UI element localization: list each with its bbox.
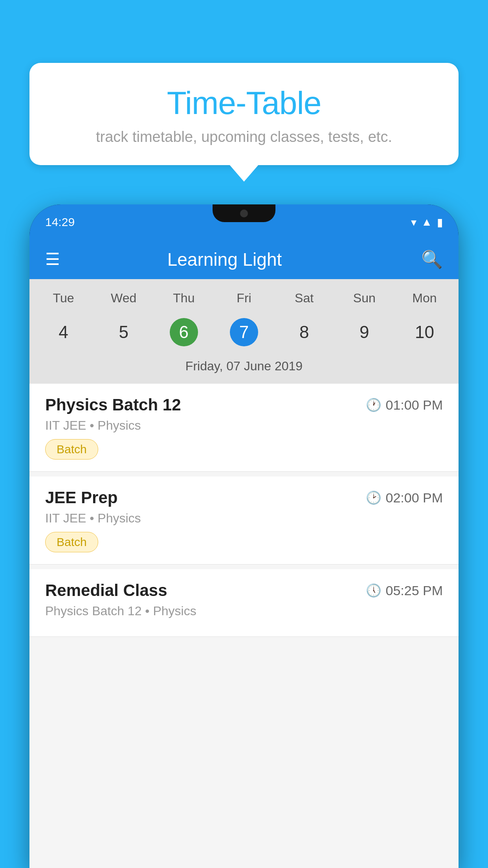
- status-time: 14:29: [45, 215, 75, 229]
- schedule-meta-3: Physics Batch 12 • Physics: [45, 604, 443, 618]
- schedule-item-3[interactable]: Remedial Class 🕔 05:25 PM Physics Batch …: [29, 569, 459, 637]
- schedule-list: Physics Batch 12 🕐 01:00 PM IIT JEE • Ph…: [29, 384, 459, 637]
- app-title: Learning Light: [76, 249, 405, 270]
- schedule-item-3-header: Remedial Class 🕔 05:25 PM: [45, 581, 443, 600]
- wifi-icon: ▾: [411, 216, 416, 229]
- status-bar: 14:29 ▾ ▲ ▮: [29, 204, 459, 240]
- schedule-time-1: 🕐 01:00 PM: [366, 397, 443, 413]
- clock-icon-3: 🕔: [366, 583, 382, 598]
- schedule-name-3: Remedial Class: [45, 581, 167, 600]
- day-header-fri: Fri: [214, 287, 274, 309]
- day-9[interactable]: 9: [334, 313, 394, 352]
- schedule-item-2-header: JEE Prep 🕑 02:00 PM: [45, 488, 443, 507]
- day-header-tue: Tue: [33, 287, 94, 309]
- day-header-mon: Mon: [394, 287, 455, 309]
- batch-badge-2: Batch: [45, 532, 98, 552]
- day-10[interactable]: 10: [394, 313, 455, 352]
- app-header: ☰ Learning Light 🔍: [29, 240, 459, 279]
- hamburger-icon[interactable]: ☰: [45, 251, 60, 268]
- battery-icon: ▮: [437, 216, 443, 229]
- today-circle: 6: [170, 318, 198, 346]
- notch: [213, 204, 275, 222]
- phone-frame: 14:29 ▾ ▲ ▮ ☰ Learning Light 🔍 Tue Wed T…: [29, 204, 459, 868]
- day-headers: Tue Wed Thu Fri Sat Sun Mon: [29, 287, 459, 309]
- day-8[interactable]: 8: [274, 313, 334, 352]
- calendar-section: Tue Wed Thu Fri Sat Sun Mon 4 5 6 7 8 9 …: [29, 279, 459, 384]
- clock-icon-2: 🕑: [366, 490, 382, 505]
- day-header-thu: Thu: [154, 287, 214, 309]
- schedule-name-2: JEE Prep: [45, 488, 117, 507]
- selected-circle: 7: [230, 318, 258, 346]
- schedule-time-2: 🕑 02:00 PM: [366, 490, 443, 506]
- day-header-sat: Sat: [274, 287, 334, 309]
- signal-icon: ▲: [421, 216, 432, 228]
- schedule-item-1[interactable]: Physics Batch 12 🕐 01:00 PM IIT JEE • Ph…: [29, 384, 459, 472]
- day-4[interactable]: 4: [33, 313, 94, 352]
- clock-icon-1: 🕐: [366, 397, 382, 412]
- schedule-meta-1: IIT JEE • Physics: [45, 418, 443, 433]
- day-6[interactable]: 6: [154, 313, 214, 352]
- selected-date-label: Friday, 07 June 2019: [29, 356, 459, 380]
- status-icons: ▾ ▲ ▮: [411, 216, 443, 229]
- batch-badge-1: Batch: [45, 439, 98, 460]
- day-5[interactable]: 5: [94, 313, 154, 352]
- day-7[interactable]: 7: [214, 313, 274, 352]
- tooltip-card: Time-Table track timetable, upcoming cla…: [29, 63, 459, 165]
- day-header-sun: Sun: [334, 287, 394, 309]
- schedule-name-1: Physics Batch 12: [45, 395, 181, 414]
- search-icon[interactable]: 🔍: [421, 249, 443, 270]
- day-numbers: 4 5 6 7 8 9 10: [29, 313, 459, 352]
- day-header-wed: Wed: [94, 287, 154, 309]
- tooltip-subtitle: track timetable, upcoming classes, tests…: [53, 129, 435, 145]
- phone-content: Tue Wed Thu Fri Sat Sun Mon 4 5 6 7 8 9 …: [29, 279, 459, 868]
- schedule-item-2[interactable]: JEE Prep 🕑 02:00 PM IIT JEE • Physics Ba…: [29, 476, 459, 565]
- tooltip-title: Time-Table: [53, 85, 435, 121]
- schedule-item-1-header: Physics Batch 12 🕐 01:00 PM: [45, 395, 443, 414]
- schedule-meta-2: IIT JEE • Physics: [45, 511, 443, 526]
- schedule-time-3: 🕔 05:25 PM: [366, 583, 443, 598]
- camera-dot: [240, 210, 248, 217]
